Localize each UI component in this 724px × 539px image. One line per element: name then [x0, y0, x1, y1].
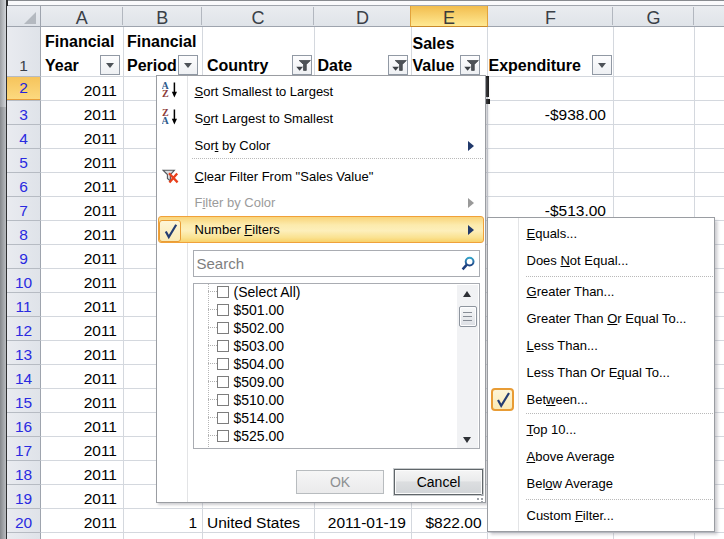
svg-text:Z: Z	[162, 88, 169, 99]
svg-text:A: A	[162, 115, 170, 126]
